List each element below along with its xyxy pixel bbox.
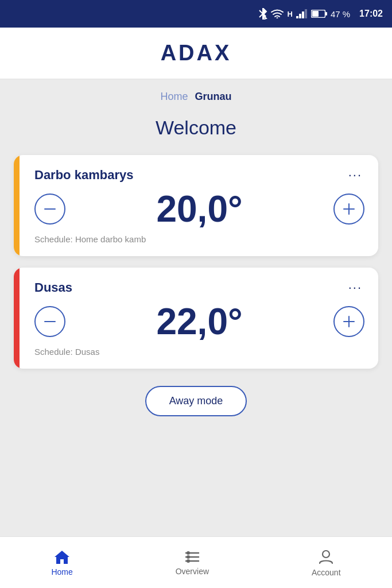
nav-item-home[interactable]: Home [37, 544, 86, 581]
schedule-darbo: Schedule: Home darbo kamb [34, 234, 146, 244]
main-content: Home Grunau Welcome Darbo kambarys ··· 2… [0, 79, 392, 536]
decrease-temp-darbo[interactable] [34, 194, 65, 225]
status-bar: H 47 % 17:02 [0, 0, 392, 28]
app-logo: ADAX [161, 41, 232, 65]
temperature-dusas: 22,0° [156, 303, 242, 340]
svg-rect-3 [296, 16, 298, 18]
more-options-darbo[interactable]: ··· [346, 167, 364, 184]
nav-label-account: Account [312, 568, 341, 577]
welcome-title: Welcome [156, 117, 236, 139]
temperature-darbo: 20,0° [156, 191, 242, 227]
svg-point-2 [277, 17, 278, 18]
home-icon [53, 549, 71, 565]
card-accent-yellow [14, 155, 20, 256]
increase-temp-dusas[interactable] [333, 306, 364, 337]
svg-point-20 [187, 555, 190, 559]
svg-rect-15 [343, 321, 355, 322]
svg-point-19 [187, 551, 190, 555]
svg-rect-5 [302, 11, 304, 18]
card-inner-dusas: Dusas ··· 22,0° Schedule: Dusas [34, 279, 364, 357]
breadcrumb: Home Grunau [160, 91, 231, 103]
card-header-darbo: Darbo kambarys ··· [34, 167, 364, 184]
svg-rect-13 [44, 321, 56, 322]
card-header-dusas: Dusas ··· [34, 279, 364, 296]
overview-icon [184, 550, 201, 564]
wifi-icon [271, 9, 284, 18]
svg-point-22 [323, 551, 329, 558]
breadcrumb-home[interactable]: Home [160, 91, 188, 103]
nav-label-home: Home [51, 567, 72, 577]
card-inner-darbo: Darbo kambarys ··· 20,0° Schedule: Home … [34, 167, 364, 245]
bottom-nav: Home Overview Account [0, 536, 392, 588]
svg-rect-12 [343, 208, 355, 210]
svg-rect-4 [299, 14, 301, 18]
room-card-darbo: Darbo kambarys ··· 20,0° Schedule: Home … [14, 155, 378, 256]
signal-h-icon: H [287, 10, 292, 18]
battery-percent: 47 % [331, 9, 350, 19]
svg-rect-9 [312, 11, 319, 17]
nav-item-overview[interactable]: Overview [162, 545, 223, 581]
more-options-dusas[interactable]: ··· [346, 279, 364, 296]
room-name-darbo: Darbo kambarys [34, 168, 133, 183]
app-header: ADAX [0, 28, 392, 79]
room-name-dusas: Dusas [34, 280, 72, 295]
status-icons: H 47 % [258, 8, 350, 20]
svg-point-21 [187, 559, 190, 563]
battery-icon [311, 10, 327, 18]
decrease-temp-dusas[interactable] [34, 306, 65, 337]
breadcrumb-current[interactable]: Grunau [195, 91, 232, 103]
svg-rect-6 [305, 9, 307, 18]
svg-rect-10 [44, 208, 56, 210]
schedule-dusas: Schedule: Dusas [34, 347, 99, 357]
card-accent-red [14, 268, 20, 369]
status-time: 17:02 [359, 9, 383, 19]
nav-label-overview: Overview [176, 567, 209, 576]
bluetooth-icon [258, 8, 267, 20]
account-icon [317, 548, 335, 566]
room-card-dusas: Dusas ··· 22,0° Schedule: Dusas [14, 268, 378, 369]
nav-item-account[interactable]: Account [298, 544, 355, 582]
card-controls-dusas: 22,0° [34, 303, 364, 340]
increase-temp-darbo[interactable] [333, 194, 364, 225]
signal-bars-icon [296, 9, 308, 18]
svg-rect-8 [325, 12, 327, 16]
card-controls-darbo: 20,0° [34, 191, 364, 227]
away-mode-button[interactable]: Away mode [145, 386, 247, 416]
